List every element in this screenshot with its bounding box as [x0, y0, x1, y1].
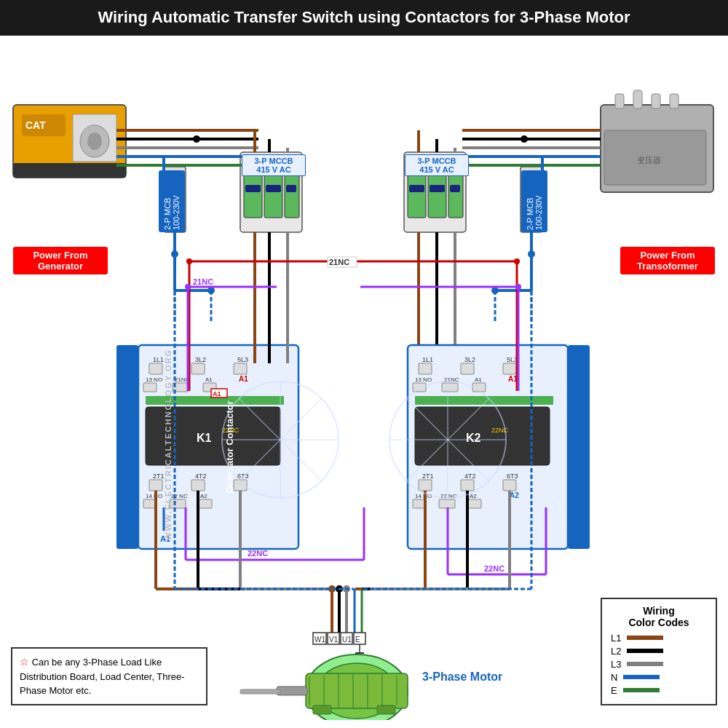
- svg-rect-111: [116, 345, 138, 549]
- svg-rect-100: [419, 480, 432, 491]
- svg-line-214: [406, 398, 489, 481]
- svg-rect-86: [503, 363, 516, 374]
- svg-point-167: [328, 585, 336, 593]
- svg-point-130: [514, 258, 520, 264]
- svg-text:6T3: 6T3: [507, 472, 518, 480]
- motor-label: 3-Phase Motor: [422, 670, 502, 684]
- svg-point-6: [87, 132, 102, 150]
- n-swatch: [623, 675, 660, 679]
- svg-rect-133: [328, 257, 357, 267]
- svg-rect-72: [234, 480, 247, 491]
- svg-text:U1: U1: [342, 636, 352, 644]
- svg-rect-107: [439, 499, 455, 508]
- svg-point-136: [185, 284, 191, 290]
- svg-rect-196: [313, 705, 331, 714]
- svg-text:V1: V1: [329, 636, 339, 644]
- watermark: WWW.ELECTRICALTECHNOLOGY.ORG: [164, 349, 173, 540]
- svg-text:CAT: CAT: [25, 119, 46, 131]
- svg-text:A1: A1: [475, 376, 482, 383]
- svg-text:A1: A1: [239, 375, 248, 383]
- svg-text:22NC: 22NC: [484, 564, 505, 573]
- n-label: N: [611, 672, 617, 683]
- svg-text:21NC: 21NC: [193, 277, 213, 286]
- e-label: E: [611, 685, 617, 696]
- svg-rect-11: [670, 94, 678, 108]
- svg-point-210: [389, 381, 506, 498]
- svg-rect-8: [615, 94, 624, 108]
- svg-rect-106: [413, 499, 426, 508]
- svg-text:22NC: 22NC: [491, 427, 509, 434]
- diagram-area: CAT 变压器: [0, 36, 728, 720]
- svg-rect-183: [341, 633, 352, 644]
- left-mccb-label: 3-P MCCB415 V AC: [242, 154, 306, 176]
- svg-rect-92: [472, 383, 486, 392]
- svg-text:4T2: 4T2: [195, 472, 207, 480]
- e-swatch: [623, 688, 660, 692]
- svg-text:14 NO: 14 NO: [146, 493, 162, 499]
- svg-point-129: [186, 258, 192, 264]
- l2-swatch: [627, 649, 663, 653]
- svg-text:21NC: 21NC: [175, 376, 190, 383]
- svg-point-168: [336, 585, 343, 593]
- right-mccb-label: 3-P MCCB415 V AC: [405, 154, 469, 176]
- svg-rect-39: [430, 185, 445, 192]
- page-title: Wiring Automatic Transfer Switch using C…: [98, 8, 630, 26]
- svg-text:A2: A2: [470, 493, 477, 499]
- l3-swatch: [627, 662, 663, 666]
- info-box: ☆ Can be any 3-Phase Load Like Distribut…: [11, 647, 207, 705]
- svg-text:变压器: 变压器: [637, 156, 661, 165]
- svg-line-208: [239, 398, 322, 481]
- svg-rect-185: [354, 633, 365, 644]
- svg-rect-179: [313, 633, 326, 644]
- svg-rect-2: [22, 114, 66, 136]
- svg-point-192: [317, 663, 397, 719]
- svg-text:A1: A1: [213, 390, 221, 397]
- svg-rect-56: [234, 363, 247, 374]
- svg-text:5L3: 5L3: [507, 356, 518, 363]
- svg-point-215: [193, 135, 200, 143]
- svg-text:K1: K1: [197, 432, 212, 444]
- svg-text:1L1: 1L1: [422, 356, 433, 363]
- svg-text:22 NC: 22 NC: [440, 493, 457, 499]
- color-codes-box: WiringColor Codes L1 L2 L3 N E: [601, 598, 717, 705]
- svg-text:3L2: 3L2: [464, 356, 475, 363]
- svg-rect-101: [461, 480, 474, 491]
- svg-text:22 NC: 22 NC: [171, 493, 188, 499]
- svg-rect-4: [73, 114, 116, 162]
- svg-rect-12: [604, 130, 706, 185]
- svg-text:4T2: 4T2: [464, 472, 476, 480]
- svg-rect-195: [240, 689, 280, 694]
- svg-text:A1: A1: [205, 376, 213, 383]
- svg-rect-78: [199, 499, 212, 508]
- svg-text:1L1: 1L1: [153, 356, 164, 363]
- page-header: Wiring Automatic Transfer Switch using C…: [0, 0, 728, 36]
- svg-point-169: [343, 585, 350, 593]
- svg-rect-38: [409, 185, 424, 192]
- svg-text:21NC: 21NC: [329, 258, 349, 266]
- right-mcb-label: 2-P MCB100-230V: [521, 170, 547, 232]
- svg-rect-0: [13, 105, 126, 178]
- svg-text:K2: K2: [466, 432, 481, 444]
- svg-rect-90: [413, 383, 426, 392]
- svg-rect-33: [286, 185, 296, 192]
- svg-rect-91: [442, 383, 458, 392]
- svg-text:W1: W1: [314, 636, 325, 644]
- svg-rect-7: [601, 105, 713, 192]
- svg-rect-194: [277, 687, 307, 695]
- svg-text:14 NO: 14 NO: [415, 493, 432, 499]
- svg-rect-50: [138, 345, 298, 549]
- svg-rect-80: [408, 345, 568, 549]
- svg-line-209: [239, 398, 322, 481]
- svg-text:6T3: 6T3: [237, 472, 249, 480]
- svg-rect-181: [328, 633, 339, 644]
- svg-text:2T1: 2T1: [153, 472, 165, 480]
- power-from-transformer-label: Power FromTransoformer: [620, 247, 715, 274]
- svg-rect-153: [211, 389, 227, 397]
- l2-label: L2: [611, 646, 621, 657]
- svg-rect-84: [419, 363, 432, 374]
- svg-text:3L2: 3L2: [195, 356, 206, 363]
- svg-rect-40: [450, 185, 460, 192]
- svg-point-125: [491, 287, 499, 294]
- svg-line-213: [406, 398, 489, 481]
- svg-point-141: [515, 284, 521, 290]
